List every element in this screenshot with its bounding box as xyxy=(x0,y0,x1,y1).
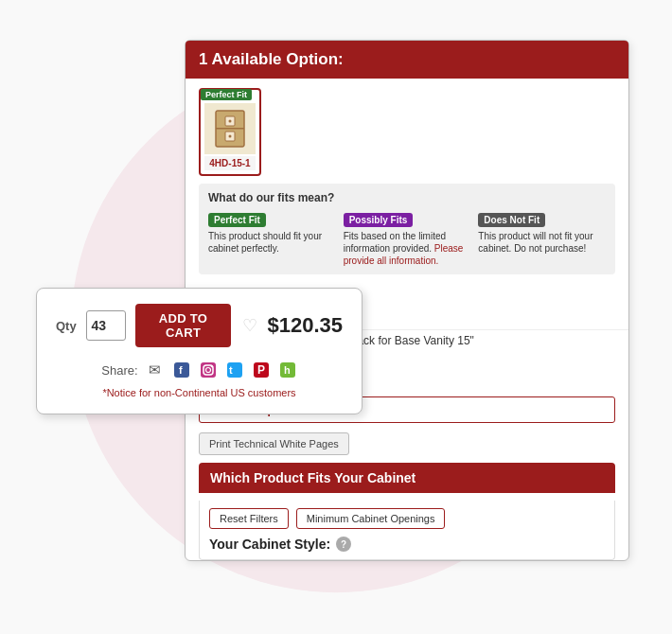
perfect-fit-desc: This product should fit your cabinet per… xyxy=(208,230,336,255)
product-image xyxy=(204,103,256,154)
perfect-fit-badge-legend: Perfect Fit xyxy=(208,213,266,227)
fits-question: What do our fits mean? xyxy=(208,191,606,204)
price-display: $120.35 xyxy=(267,313,343,338)
instagram-share-icon[interactable] xyxy=(199,361,218,379)
fits-item-possibly: Possibly Fits Fits based on the limited … xyxy=(344,210,471,267)
which-product-header: Which Product Fits Your Cabinet xyxy=(199,463,615,493)
svg-point-4 xyxy=(229,120,232,123)
facebook-share-icon[interactable]: f xyxy=(172,361,191,379)
help-icon[interactable]: ? xyxy=(336,537,351,552)
svg-text:f: f xyxy=(179,364,183,376)
add-to-cart-button[interactable]: ADD TO CART xyxy=(135,304,232,347)
svg-point-11 xyxy=(210,366,212,368)
fits-item-not: Does Not Fit This product will not fit y… xyxy=(478,210,606,267)
does-not-fit-badge-legend: Does Not Fit xyxy=(478,213,545,227)
wishlist-icon[interactable]: ♡ xyxy=(242,315,257,336)
print-white-pages-button[interactable]: Print Technical White Pages xyxy=(199,432,349,455)
svg-text:P: P xyxy=(257,363,265,377)
which-product-body: Reset Filters Minimum Cabinet Openings Y… xyxy=(199,501,615,560)
possibly-fits-desc: Fits based on the limited information pr… xyxy=(344,230,471,267)
product-thumbnail[interactable]: Perfect Fit 4HD-15-1 xyxy=(199,88,261,176)
share-row: Share: ✉ f t P h xyxy=(56,361,343,379)
does-not-fit-desc: This product will not fit your cabinet. … xyxy=(478,230,606,255)
cabinet-image-svg xyxy=(212,109,248,149)
fits-meaning-section: What do our fits mean? Perfect Fit This … xyxy=(199,184,615,274)
svg-text:t: t xyxy=(229,364,233,376)
cabinet-style-label: Your Cabinet Style: xyxy=(209,537,330,552)
share-icons: ✉ f t P h xyxy=(146,361,297,379)
cabinet-style-row: Your Cabinet Style: ? xyxy=(209,537,605,552)
svg-point-5 xyxy=(229,135,232,138)
product-code-label: 4HD-15-1 xyxy=(204,156,256,170)
provide-info-link[interactable]: Please provide all information. xyxy=(344,243,464,266)
fits-item-perfect: Perfect Fit This product should fit your… xyxy=(208,210,336,267)
email-share-icon[interactable]: ✉ xyxy=(146,361,165,379)
fits-grid: Perfect Fit This product should fit your… xyxy=(208,210,606,267)
pinterest-share-icon[interactable]: P xyxy=(252,361,271,379)
twitter-share-icon[interactable]: t xyxy=(225,361,244,379)
qty-input[interactable] xyxy=(86,310,126,341)
reset-filters-button[interactable]: Reset Filters xyxy=(209,508,289,529)
svg-text:h: h xyxy=(284,364,291,376)
panel-header: 1 Available Option: xyxy=(186,41,628,79)
qty-label: Qty xyxy=(56,319,77,333)
houzz-share-icon[interactable]: h xyxy=(278,361,297,379)
filter-buttons: Reset Filters Minimum Cabinet Openings xyxy=(209,508,605,529)
notice-text: *Notice for non-Continental US customers xyxy=(56,387,343,398)
minimum-cabinet-openings-button[interactable]: Minimum Cabinet Openings xyxy=(296,508,446,529)
svg-rect-1 xyxy=(216,128,244,130)
possibly-fits-badge-legend: Possibly Fits xyxy=(344,213,414,227)
cart-panel: Qty ADD TO CART ♡ $120.35 Share: ✉ f t P… xyxy=(36,288,363,414)
perfect-fit-badge: Perfect Fit xyxy=(201,89,252,100)
available-options-title: 1 Available Option: xyxy=(199,50,344,68)
share-label: Share: xyxy=(101,363,137,378)
cart-row: Qty ADD TO CART ♡ $120.35 xyxy=(56,304,343,347)
